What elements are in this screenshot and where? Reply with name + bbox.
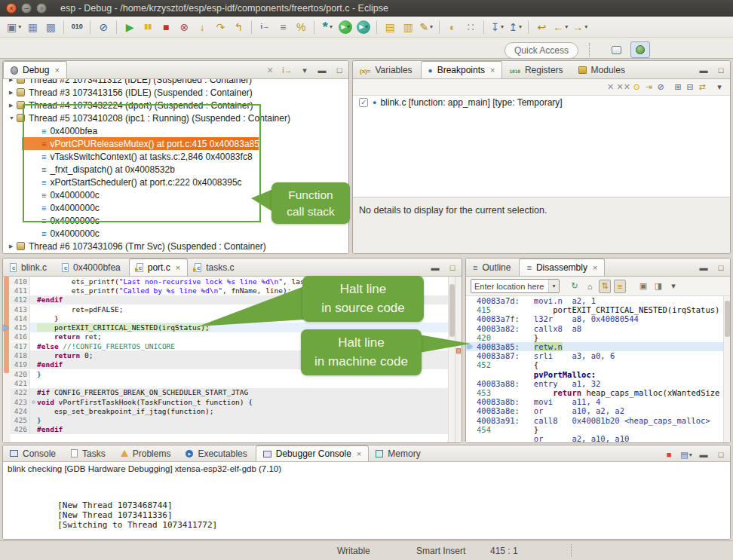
show-source-icon[interactable]: ≡ [614, 280, 626, 293]
line-number[interactable]: 410 [11, 277, 30, 286]
previous-annotation-icon[interactable]: ↥ ▾ [507, 19, 523, 35]
close-icon[interactable]: × [54, 66, 59, 75]
stack-frame-row-selected[interactable]: ≡ vPortCPUReleaseMutex() at port.c:415 0… [3, 137, 348, 150]
terminate-icon[interactable]: ■ ▾ [158, 19, 174, 35]
disassembly-line[interactable]: pvPortMalloc: [466, 370, 723, 379]
expander-icon[interactable]: ▶ [9, 103, 17, 109]
minimize-icon[interactable]: ▬ ▾ [698, 448, 710, 461]
tab-breakpoints[interactable]: Breakpoints × [421, 61, 503, 78]
thread-row[interactable]: ▶ Thread #6 1073431096 (Tmr Svc) (Suspen… [3, 240, 348, 252]
step-into-icon[interactable]: ↓ ▾ [194, 19, 210, 35]
tab-modules[interactable]: Modules [572, 61, 633, 78]
stack-frame-row[interactable]: ≡ 0x4000bfea [3, 124, 348, 137]
show-supported-breakpoints-icon[interactable]: ⊙ [630, 81, 643, 94]
remove-all-breakpoints-icon[interactable]: ✕✕ [617, 81, 630, 94]
maximize-icon[interactable]: □ ▾ [715, 448, 727, 461]
quick-access-button[interactable]: Quick Access [505, 42, 578, 59]
collapse-all-icon[interactable]: ⊟ [684, 81, 696, 94]
home-icon[interactable]: ⌂ [584, 280, 596, 293]
overview-annotation-mark[interactable] [456, 348, 461, 353]
tab-tasks[interactable]: Tasks [64, 445, 114, 461]
disconnect-icon[interactable]: ⊗ ▾ [176, 19, 192, 35]
debug-perspective-button[interactable] [630, 41, 650, 58]
line-number[interactable]: 420 [11, 370, 30, 378]
minimize-icon[interactable]: ▬ [698, 261, 710, 274]
close-icon[interactable]: × [357, 449, 361, 458]
tab-port-c[interactable]: port.c × [129, 259, 188, 276]
line-number[interactable]: 421 [11, 379, 30, 387]
line-number[interactable]: 411 [11, 286, 30, 295]
remove-all-terminated-icon[interactable]: ✕ [264, 63, 276, 77]
editor-vertical-scrollbar[interactable] [448, 277, 455, 442]
minimize-icon[interactable]: ▬ [429, 261, 441, 274]
tab-outline[interactable]: Outline [466, 259, 519, 276]
minimize-icon[interactable]: ▬ [316, 63, 328, 77]
view-menu-icon[interactable]: ▾ [667, 280, 679, 293]
debug-configurations-icon[interactable]: * ▾ [319, 19, 336, 35]
stack-frame-row[interactable]: ≡ vTaskSwitchContext() at tasks.c:2,846 … [3, 150, 348, 163]
stack-frame-row[interactable]: ≡ 0x4000000c [3, 227, 348, 240]
terminate-icon[interactable]: ■ ▾ [663, 448, 675, 461]
goto-breakpoint-file-icon[interactable]: ⇥ [643, 81, 655, 94]
expander-icon[interactable]: ▶ [9, 243, 17, 249]
tab-disassembly[interactable]: Disassembly × [519, 259, 605, 276]
step-over-icon[interactable]: ↷ ▾ [212, 19, 228, 35]
skip-all-breakpoints-icon[interactable]: ⊘ [655, 81, 667, 94]
line-number[interactable]: 416 [11, 332, 30, 341]
code-line[interactable]: 426 #endif [11, 425, 448, 434]
location-input[interactable]: Enter location here [471, 282, 548, 291]
profile-icon[interactable]: ▶ ▾ [357, 20, 370, 34]
tab-memory[interactable]: Memory [369, 445, 428, 461]
skip-all-breakpoints-icon[interactable]: ⊘ ▾ [95, 19, 112, 35]
forward-icon[interactable]: → ▾ [571, 19, 589, 35]
disassembly-listing[interactable]: 40083a7d: movi.n a2, 1 415 portEXIT_CRIT… [466, 296, 723, 442]
console-output[interactable]: [New Thread 1073468744] [New Thread 1073… [3, 475, 730, 539]
line-number[interactable]: 414 [11, 314, 30, 323]
breakpoint-row[interactable]: ✓ ● blink.c [function: app_main] [type: … [353, 96, 730, 109]
open-new-view-icon[interactable]: ◨ [652, 280, 664, 293]
minimize-icon[interactable]: ▬ [698, 63, 710, 77]
maximize-icon[interactable]: □ [333, 63, 345, 77]
thread-row[interactable]: ▶ Thread #4 1073432224 (dport) (Suspende… [3, 99, 348, 112]
display-selected-console-icon[interactable]: ▤ ▾ [680, 448, 692, 461]
window-close-button[interactable]: × [6, 3, 17, 14]
close-icon[interactable]: × [176, 263, 180, 272]
view-menu-icon[interactable]: ▾ [713, 81, 725, 94]
refresh-icon[interactable]: ↻ [569, 280, 581, 293]
disassembly-line[interactable]: 452 { [466, 360, 723, 369]
tab-problems[interactable]: Problems [114, 445, 179, 461]
next-annotation-icon[interactable]: ↧ ▾ [489, 19, 505, 35]
tab-tasks-c[interactable]: tasks.c [188, 259, 242, 276]
tab-debugger-console[interactable]: Debugger Console × [256, 445, 370, 461]
thread-row[interactable]: ▼ Thread #5 1073410208 (ipc1 : Running) … [3, 112, 348, 124]
expand-all-icon[interactable]: ⊞ [672, 81, 684, 94]
tab-registers[interactable]: Registers [502, 61, 571, 78]
new-wizard-icon[interactable]: ▣ ▾ [5, 19, 23, 35]
search-icon[interactable]: ◐ ▾ [444, 19, 461, 35]
line-number[interactable]: 426 [11, 425, 30, 433]
disassembly-line[interactable]: 420 } [466, 333, 723, 342]
scrollbar-thumb[interactable] [725, 301, 730, 337]
tab-variables[interactable]: Variables [353, 61, 421, 78]
line-number[interactable]: 424 [11, 407, 30, 415]
window-minimize-button[interactable]: – [21, 3, 32, 14]
binary-icon[interactable]: 010 ▾ [69, 19, 85, 35]
tab-console[interactable]: Console [3, 445, 64, 461]
code-line[interactable]: 424 esp_set_breakpoint_if_jtag(function)… [11, 406, 448, 415]
disassembly-vertical-scrollbar[interactable] [723, 296, 730, 442]
disassembly-line[interactable]: 415 portEXIT_CRITICAL_NESTED(irqStatus) [466, 305, 723, 314]
expander-icon[interactable]: ▶ [9, 90, 17, 96]
breakpoint-checkbox[interactable]: ✓ [359, 98, 368, 107]
disassembly-line[interactable]: 40083a7d: movi.n a2, 1 [466, 296, 723, 305]
expander-icon[interactable]: ▼ [9, 115, 17, 121]
line-number[interactable]: 419 [11, 360, 30, 369]
tab-blink-c[interactable]: blink.c [3, 259, 55, 276]
disassembly-line[interactable]: 40083a91: call8 0x40081b20 <heap_caps_ma… [466, 415, 723, 424]
external-tools-icon[interactable]: ✎ ▾ [418, 19, 434, 35]
line-number[interactable]: 425 [11, 416, 30, 424]
view-menu-icon[interactable]: ▾ [299, 63, 311, 77]
new-disassembly-view-icon[interactable]: ▣ [637, 280, 649, 293]
tab-0x4000bfea[interactable]: 0x4000bfea [55, 259, 129, 276]
expander-icon[interactable]: ▶ [9, 79, 17, 83]
code-line[interactable]: 423 ⊖ void vPortFirstTaskHook(TaskFuncti… [11, 397, 448, 406]
